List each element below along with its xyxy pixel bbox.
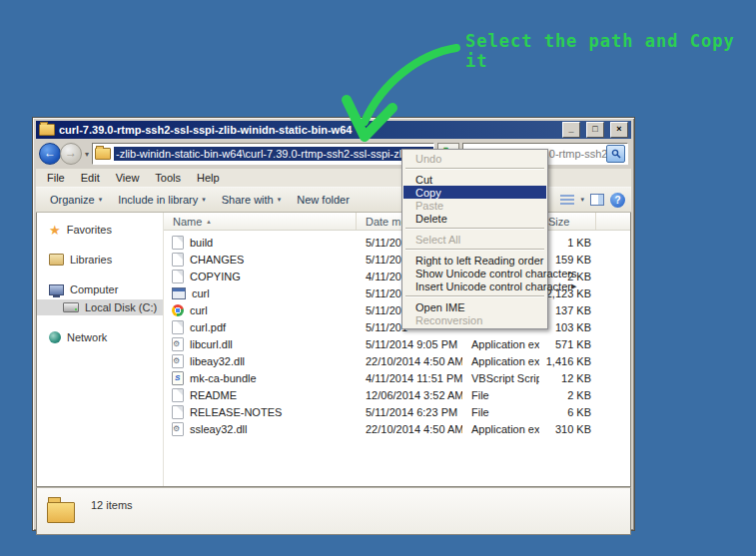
context-menu-item-open-ime[interactable]: Open IME (403, 300, 546, 313)
context-menu: UndoCutCopyPasteDeleteSelect AllRight to… (401, 149, 548, 329)
column-header-extra[interactable] (596, 213, 630, 230)
file-name: CHANGES (190, 254, 244, 266)
table-row[interactable]: README12/06/2014 3:52 AMFile2 KB (164, 386, 630, 403)
cell-name: curl (164, 304, 357, 316)
table-row[interactable]: RELEASE-NOTES5/11/2014 6:23 PMFile6 KB (164, 403, 630, 420)
sidebar-item-label: Computer (70, 283, 118, 295)
folder-icon (39, 124, 55, 136)
vbscript-icon (172, 371, 184, 385)
cell-type: Application extension (462, 355, 539, 367)
file-name: curl (192, 287, 210, 299)
folder-icon (47, 502, 75, 523)
document-icon (172, 253, 184, 267)
search-icon[interactable] (606, 145, 625, 163)
toolbar-item-label: Include in library (118, 194, 198, 206)
change-view-icon[interactable] (560, 195, 574, 206)
table-row[interactable]: CHANGES5/11/201159 KB (164, 251, 630, 268)
cell-name: README (164, 388, 357, 402)
context-menu-item-right-to-left-reading-order[interactable]: Right to left Reading order (403, 254, 546, 267)
dll-icon (172, 337, 184, 351)
table-row[interactable]: libcurl.dll5/11/2014 9:05 PMApplication … (164, 335, 630, 352)
maximize-button[interactable]: □ (586, 122, 604, 138)
context-menu-item-insert-unicode-control-character[interactable]: Insert Unicode control character▶ (403, 279, 546, 292)
menu-tools[interactable]: Tools (148, 171, 188, 185)
cell-date: 5/11/2014 9:05 PM (357, 338, 462, 350)
menu-help[interactable]: Help (190, 171, 227, 185)
cell-type: File (462, 389, 539, 401)
document-icon (172, 320, 184, 334)
cell-type: VBScript Script File (462, 372, 539, 384)
context-menu-item-label: Select All (415, 234, 540, 246)
toolbar-items: Organize▾Include in library▾Share with▾N… (42, 192, 358, 208)
table-row[interactable]: curl.pdf5/11/201103 KB (164, 318, 630, 335)
annotation-text: Select the path and Copy it (465, 31, 756, 71)
nav-history-chevron-icon[interactable]: ▾ (85, 150, 89, 159)
dll-icon (172, 422, 184, 436)
column-header-name[interactable]: Name ▴ (164, 213, 357, 230)
toolbar-item-share-with[interactable]: Share with▾ (214, 192, 290, 208)
document-icon (172, 270, 184, 283)
dll-icon (172, 354, 184, 368)
table-row[interactable]: mk-ca-bundle4/11/2014 11:51 PMVBScript S… (164, 369, 630, 386)
help-icon[interactable]: ? (610, 193, 625, 208)
context-menu-item-label: Cut (415, 174, 540, 186)
cell-date: 22/10/2014 4:50 AM (357, 423, 462, 435)
cell-size: 2 KB (539, 389, 596, 401)
context-menu-item-copy[interactable]: Copy (403, 186, 546, 199)
toolbar-right: ▾ ? (560, 193, 625, 208)
minimize-button[interactable]: _ (562, 122, 580, 138)
sidebar-item-favorites[interactable]: ★Favorites (37, 222, 163, 238)
sidebar-item-computer[interactable]: Computer (37, 281, 163, 297)
star-icon: ★ (49, 224, 61, 237)
navigation-pane: ★FavoritesLibrariesComputerLocal Disk (C… (37, 213, 163, 486)
table-row[interactable]: build5/11/2011 KB (164, 234, 630, 251)
close-button[interactable]: × (610, 122, 628, 138)
toolbar-item-organize[interactable]: Organize▾ (42, 192, 110, 208)
table-row[interactable]: ssleay32.dll22/10/2014 4:50 AMApplicatio… (164, 420, 630, 437)
cell-date: 4/11/2014 11:51 PM (357, 372, 462, 384)
menu-edit[interactable]: Edit (74, 171, 107, 185)
table-row[interactable]: curl5/11/201137 KB (164, 301, 630, 318)
address-path-selected[interactable]: -zlib-winidn-static-bin-w64\curl-7.39.0-… (114, 147, 434, 161)
sidebar-item-label: Favorites (67, 224, 112, 236)
context-menu-item-cut[interactable]: Cut (403, 173, 546, 186)
document-icon (172, 405, 184, 419)
sidebar-item-label: Local Disk (C:) (85, 301, 157, 313)
computer-icon (49, 284, 64, 295)
sidebar-item-network[interactable]: Network (37, 329, 163, 345)
menu-separator (405, 168, 544, 170)
forward-button[interactable]: → (60, 143, 82, 165)
context-menu-item-delete[interactable]: Delete (403, 212, 546, 225)
context-menu-item-label: Insert Unicode control character (415, 280, 571, 292)
menu-separator (405, 295, 544, 297)
file-name: build (190, 237, 213, 249)
preview-pane-icon[interactable] (590, 194, 604, 206)
back-button[interactable]: ← (39, 143, 61, 165)
cell-name: CHANGES (164, 253, 357, 267)
toolbar-item-new-folder[interactable]: New folder (289, 192, 358, 208)
chevron-down-icon: ▾ (278, 196, 282, 204)
annotation-arrow-icon (325, 38, 474, 148)
file-rows: build5/11/2011 KBCHANGES5/11/201159 KBCO… (164, 231, 630, 437)
sort-ascending-icon: ▴ (207, 218, 211, 226)
toolbar-item-label: New folder (297, 194, 350, 206)
context-menu-item-label: Show Unicode control characters (415, 268, 576, 279)
file-list-pane: Name ▴ Date modified Type Size build5/11… (164, 213, 630, 486)
table-row[interactable]: libeay32.dll22/10/2014 4:50 AMApplicatio… (164, 352, 630, 369)
menu-view[interactable]: View (109, 171, 147, 185)
cell-size: 6 KB (539, 406, 596, 418)
chevron-down-icon[interactable]: ▾ (580, 196, 584, 204)
libraries-icon (49, 254, 64, 266)
toolbar-item-include-in-library[interactable]: Include in library▾ (110, 192, 214, 208)
menu-file[interactable]: File (40, 171, 72, 185)
file-name: README (190, 389, 237, 401)
context-menu-item-paste: Paste (403, 199, 546, 212)
sidebar-item-label: Libraries (70, 254, 112, 266)
column-headers: Name ▴ Date modified Type Size (164, 213, 630, 231)
context-menu-item-label: Open IME (415, 301, 540, 313)
cell-name: RELEASE-NOTES (164, 405, 357, 419)
context-menu-item-show-unicode-control-characters[interactable]: Show Unicode control characters (403, 267, 546, 279)
document-icon (172, 388, 184, 402)
sidebar-item-local-disk-c-[interactable]: Local Disk (C:) (37, 299, 163, 315)
sidebar-item-libraries[interactable]: Libraries (37, 252, 163, 268)
